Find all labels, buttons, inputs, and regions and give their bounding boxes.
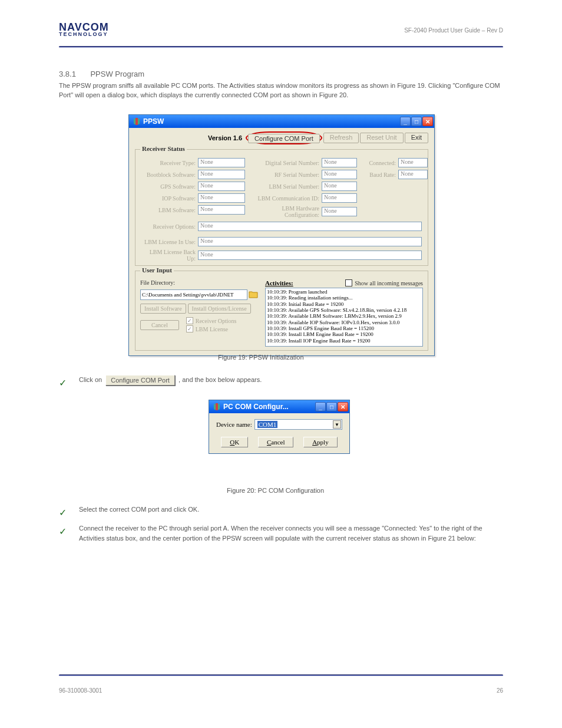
receiver-type-field: None <box>198 158 245 167</box>
label: Receiver Type: <box>140 160 196 166</box>
user-input-legend: User Input <box>140 266 174 274</box>
label: Baud Rate: <box>361 172 396 178</box>
receiver-options-field: None <box>198 222 422 231</box>
step: ✓ Select the correct COM port and click … <box>59 505 503 520</box>
digital-sn-field: None <box>322 158 357 167</box>
step-text: Connect the receiver to the PC through s… <box>79 523 503 543</box>
bootblock-field: None <box>198 170 245 179</box>
svg-rect-1 <box>135 118 138 125</box>
ppsw-window: PPSW _ □ ✕ Version 1.6 Configure COM Por… <box>128 114 435 356</box>
heading-title: PPSW Program <box>90 70 144 78</box>
label: Connected: <box>361 160 396 166</box>
pc-com-configuration-dialog: PC COM Configur... _ □ ✕ Device name: CO… <box>209 400 350 454</box>
document-page: NAVCOM TECHNOLOGY SF-2040 Product User G… <box>0 0 562 728</box>
configure-com-port-inline-button: Configure COM Port <box>105 375 175 386</box>
lbm-software-field: None <box>198 205 245 215</box>
lbm-license-in-use-field: None <box>198 237 422 246</box>
lbm-hw-field: None <box>322 207 357 216</box>
step: ✓ Connect the receiver to the PC through… <box>59 523 503 543</box>
show-all-messages-checkbox[interactable]: Show all incoming messages <box>345 279 423 286</box>
close-button[interactable]: ✕ <box>422 117 433 126</box>
label: LBM Serial Number: <box>249 183 319 190</box>
dialog-title-area: PC COM Configur... <box>213 403 289 411</box>
install-software-button[interactable]: Install Software <box>140 304 186 314</box>
configure-com-port-button[interactable]: Configure COM Port <box>248 134 320 143</box>
heading-num: 3.8.1 <box>59 70 76 78</box>
cancel-button[interactable]: Cancel <box>140 320 179 330</box>
chevron-down-icon[interactable]: ▼ <box>333 420 341 429</box>
window-title-area: PPSW <box>133 117 164 126</box>
device-name-label: Device name: <box>216 421 252 428</box>
app-icon <box>213 403 221 411</box>
figure-19-caption: Figure 19: PPSW Initialization <box>218 354 304 361</box>
gps-software-field: None <box>198 182 245 191</box>
window-title: PPSW <box>143 117 164 126</box>
titlebar: PC COM Configur... _ □ ✕ <box>209 400 349 413</box>
label: Bootblock Software: <box>140 172 196 178</box>
label: Digital Serial Number: <box>249 160 319 166</box>
minimize-button[interactable]: _ <box>400 117 411 126</box>
ok-button[interactable]: OK <box>221 437 248 447</box>
label: GPS Software: <box>140 183 196 190</box>
intro-text: The PPSW program sniffs all available PC… <box>59 81 503 100</box>
file-directory-input[interactable] <box>140 289 247 300</box>
device-name-combobox[interactable]: COM1 ▼ <box>254 419 342 430</box>
brand-sub: TECHNOLOGY <box>59 31 109 37</box>
connected-field: None <box>398 158 428 167</box>
user-input-group: User Input File Directory: Install Softw… <box>135 271 428 351</box>
label: LBM License In Use: <box>140 239 196 245</box>
brand-logo: NAVCOM TECHNOLOGY <box>59 21 109 37</box>
install-options-license-button[interactable]: Install Options/License <box>188 304 251 314</box>
version-label: Version 1.6 <box>208 134 242 141</box>
lbm-sn-field: None <box>322 182 357 191</box>
label: Receiver Options: <box>140 223 196 230</box>
cancel-button[interactable]: Cancel <box>258 437 294 447</box>
maximize-button[interactable]: □ <box>326 402 337 411</box>
window-controls: _ □ ✕ <box>400 117 433 126</box>
figure-20-caption: Figure 20: PC COM Configuration <box>227 487 324 494</box>
publication-number: 96-310008-3001 <box>59 687 102 694</box>
label: LBM Hardware Configuration: <box>249 205 319 218</box>
activities-area: Activities: Show all incoming messages 1… <box>265 279 423 347</box>
label: RF Serial Number: <box>249 172 319 178</box>
doc-title: SF-2040 Product User Guide – Rev D <box>404 27 503 34</box>
activities-log: 10:10:39: Program launched10:10:39: Read… <box>265 288 423 347</box>
exit-button[interactable]: Exit <box>405 133 428 143</box>
rf-sn-field: None <box>322 170 357 179</box>
receiver-status-group: Receiver Status Receiver Type:None Bootb… <box>135 149 428 266</box>
label: LBM License Back Up: <box>140 249 196 262</box>
minimize-button[interactable]: _ <box>315 402 326 411</box>
step-text: Select the correct COM port and click OK… <box>79 505 199 515</box>
check-icon: ✓ <box>59 376 68 390</box>
footer: 96-310008-3001 26 <box>59 687 503 694</box>
maximize-button[interactable]: □ <box>411 117 422 126</box>
check-icon: ✓ <box>59 506 68 520</box>
lbm-license-backup-field: None <box>198 251 422 260</box>
app-icon <box>133 117 141 126</box>
label: LBM Software: <box>140 207 196 213</box>
iop-software-field: None <box>198 193 245 203</box>
svg-rect-3 <box>216 403 218 410</box>
step-text: Click on Configure COM Port , and the bo… <box>79 375 262 386</box>
activities-title: Activities: <box>265 279 293 286</box>
highlight-circle: Configure COM Port <box>246 131 322 144</box>
header-rule <box>59 46 503 48</box>
reset-unit-button[interactable]: Reset Unit <box>360 133 403 143</box>
refresh-button[interactable]: Refresh <box>323 133 359 143</box>
check-icon: ✓ <box>59 525 68 539</box>
page-number: 26 <box>497 687 503 694</box>
lbm-comm-field: None <box>322 193 357 203</box>
folder-icon[interactable] <box>249 290 258 299</box>
titlebar: PPSW _ □ ✕ <box>129 115 434 128</box>
close-button[interactable]: ✕ <box>338 402 348 411</box>
section-heading: 3.8.1 PPSW Program <box>59 68 144 79</box>
dialog-title: PC COM Configur... <box>223 403 289 411</box>
apply-button[interactable]: Apply <box>303 437 338 447</box>
label: IOP Software: <box>140 195 196 202</box>
step: ✓ Click on Configure COM Port , and the … <box>59 375 503 390</box>
footer-rule <box>59 674 503 676</box>
lbm-license-checkbox[interactable]: ✓LBM License <box>186 325 237 332</box>
receiver-options-checkbox[interactable]: ✓Receiver Options <box>186 317 237 324</box>
device-name-value: COM1 <box>257 421 278 428</box>
file-directory-label: File Directory: <box>140 279 258 286</box>
